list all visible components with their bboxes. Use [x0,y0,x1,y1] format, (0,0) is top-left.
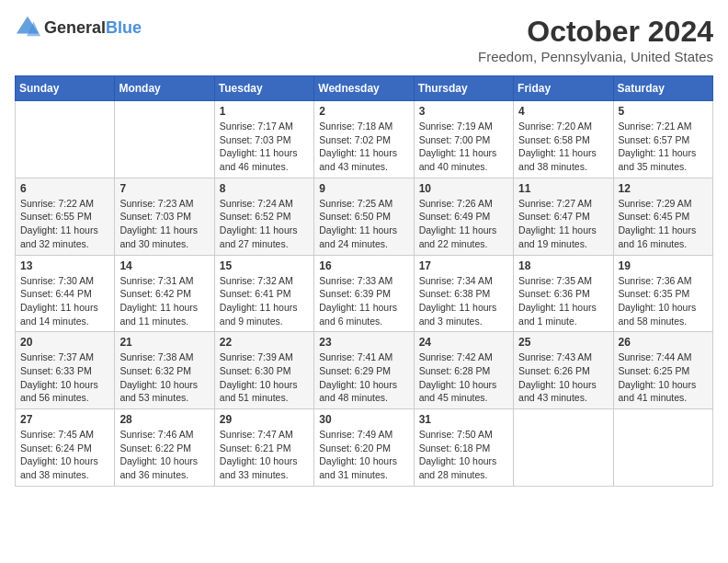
day-number: 2 [319,105,408,118]
day-info: Sunrise: 7:19 AMSunset: 7:00 PMDaylight:… [419,120,508,174]
day-info: Sunrise: 7:29 AMSunset: 6:45 PMDaylight:… [619,197,708,251]
day-number: 23 [319,336,408,349]
day-number: 11 [518,182,608,195]
day-number: 27 [20,413,109,426]
day-info: Sunrise: 7:33 AMSunset: 6:39 PMDaylight:… [319,274,408,328]
calendar-cell [16,101,115,178]
week-row-4: 20Sunrise: 7:37 AMSunset: 6:33 PMDayligh… [16,332,713,409]
day-number: 14 [119,259,209,272]
day-info: Sunrise: 7:22 AMSunset: 6:55 PMDaylight:… [20,197,109,251]
calendar-cell: 30Sunrise: 7:49 AMSunset: 6:20 PMDayligh… [314,409,414,487]
day-number: 7 [119,182,209,195]
day-number: 5 [619,105,708,118]
weekday-header-wednesday: Wednesday [314,76,414,101]
day-number: 12 [619,182,708,195]
weekday-header-monday: Monday [115,76,214,101]
calendar-cell: 26Sunrise: 7:44 AMSunset: 6:25 PMDayligh… [613,332,712,409]
logo: GeneralBlue [15,15,142,40]
day-info: Sunrise: 7:36 AMSunset: 6:35 PMDaylight:… [619,274,708,328]
day-number: 26 [619,336,708,349]
calendar-cell: 12Sunrise: 7:29 AMSunset: 6:45 PMDayligh… [613,178,712,255]
calendar-cell: 24Sunrise: 7:42 AMSunset: 6:28 PMDayligh… [414,332,513,409]
calendar-cell [115,101,214,178]
day-info: Sunrise: 7:35 AMSunset: 6:36 PMDaylight:… [518,274,608,328]
day-info: Sunrise: 7:21 AMSunset: 6:57 PMDaylight:… [619,120,708,174]
calendar-cell: 7Sunrise: 7:23 AMSunset: 7:03 PMDaylight… [115,178,214,255]
calendar-cell [514,409,613,487]
day-info: Sunrise: 7:25 AMSunset: 6:50 PMDaylight:… [319,197,408,251]
logo-icon [15,15,40,40]
day-info: Sunrise: 7:37 AMSunset: 6:33 PMDaylight:… [20,350,109,405]
calendar-cell: 27Sunrise: 7:45 AMSunset: 6:24 PMDayligh… [16,409,115,487]
calendar-cell: 29Sunrise: 7:47 AMSunset: 6:21 PMDayligh… [214,409,313,487]
weekday-header-tuesday: Tuesday [214,76,313,101]
day-number: 30 [319,413,408,426]
calendar-cell: 4Sunrise: 7:20 AMSunset: 6:58 PMDaylight… [514,101,613,178]
day-number: 9 [319,182,408,195]
day-info: Sunrise: 7:41 AMSunset: 6:29 PMDaylight:… [319,350,408,405]
calendar-cell: 19Sunrise: 7:36 AMSunset: 6:35 PMDayligh… [613,255,712,332]
day-number: 16 [319,259,408,272]
calendar-cell: 5Sunrise: 7:21 AMSunset: 6:57 PMDaylight… [613,101,712,178]
calendar-cell: 14Sunrise: 7:31 AMSunset: 6:42 PMDayligh… [115,255,214,332]
weekday-header-saturday: Saturday [613,76,712,101]
day-info: Sunrise: 7:46 AMSunset: 6:22 PMDaylight:… [119,428,209,482]
day-number: 28 [119,413,209,426]
day-number: 4 [518,105,608,118]
calendar-cell: 15Sunrise: 7:32 AMSunset: 6:41 PMDayligh… [214,255,313,332]
week-row-2: 6Sunrise: 7:22 AMSunset: 6:55 PMDaylight… [16,178,713,255]
day-number: 6 [20,182,109,195]
month-year: October 2024 [478,15,713,49]
day-number: 15 [220,259,309,272]
weekday-header-thursday: Thursday [414,76,513,101]
weekday-header-friday: Friday [514,76,613,101]
calendar-cell: 9Sunrise: 7:25 AMSunset: 6:50 PMDaylight… [314,178,414,255]
calendar-cell: 25Sunrise: 7:43 AMSunset: 6:26 PMDayligh… [514,332,613,409]
day-info: Sunrise: 7:34 AMSunset: 6:38 PMDaylight:… [419,274,508,328]
calendar-cell: 2Sunrise: 7:18 AMSunset: 7:02 PMDaylight… [314,101,414,178]
calendar-cell: 23Sunrise: 7:41 AMSunset: 6:29 PMDayligh… [314,332,414,409]
calendar-cell: 22Sunrise: 7:39 AMSunset: 6:30 PMDayligh… [214,332,313,409]
day-info: Sunrise: 7:18 AMSunset: 7:02 PMDaylight:… [319,120,408,174]
calendar-cell: 21Sunrise: 7:38 AMSunset: 6:32 PMDayligh… [115,332,214,409]
calendar-cell [613,409,712,487]
day-number: 18 [518,259,608,272]
day-info: Sunrise: 7:27 AMSunset: 6:47 PMDaylight:… [518,197,608,251]
logo-blue: Blue [106,18,142,37]
calendar-cell: 11Sunrise: 7:27 AMSunset: 6:47 PMDayligh… [514,178,613,255]
day-info: Sunrise: 7:47 AMSunset: 6:21 PMDaylight:… [220,428,309,482]
day-info: Sunrise: 7:45 AMSunset: 6:24 PMDaylight:… [20,428,109,482]
day-info: Sunrise: 7:50 AMSunset: 6:18 PMDaylight:… [419,428,508,482]
calendar-cell: 18Sunrise: 7:35 AMSunset: 6:36 PMDayligh… [514,255,613,332]
day-info: Sunrise: 7:23 AMSunset: 7:03 PMDaylight:… [119,197,209,251]
logo-general: General [44,18,106,37]
day-info: Sunrise: 7:32 AMSunset: 6:41 PMDaylight:… [220,274,309,328]
day-info: Sunrise: 7:42 AMSunset: 6:28 PMDaylight:… [419,350,508,405]
calendar-cell: 17Sunrise: 7:34 AMSunset: 6:38 PMDayligh… [414,255,513,332]
week-row-3: 13Sunrise: 7:30 AMSunset: 6:44 PMDayligh… [16,255,713,332]
day-number: 13 [20,259,109,272]
calendar-cell: 8Sunrise: 7:24 AMSunset: 6:52 PMDaylight… [214,178,313,255]
day-number: 29 [220,413,309,426]
day-number: 22 [220,336,309,349]
weekday-header-row: SundayMondayTuesdayWednesdayThursdayFrid… [16,76,713,101]
day-info: Sunrise: 7:30 AMSunset: 6:44 PMDaylight:… [20,274,109,328]
calendar-cell: 16Sunrise: 7:33 AMSunset: 6:39 PMDayligh… [314,255,414,332]
day-number: 19 [619,259,708,272]
weekday-header-sunday: Sunday [16,76,115,101]
calendar-table: SundayMondayTuesdayWednesdayThursdayFrid… [15,75,713,487]
day-number: 24 [419,336,508,349]
calendar-cell: 28Sunrise: 7:46 AMSunset: 6:22 PMDayligh… [115,409,214,487]
calendar-cell: 20Sunrise: 7:37 AMSunset: 6:33 PMDayligh… [16,332,115,409]
day-number: 25 [518,336,608,349]
day-info: Sunrise: 7:38 AMSunset: 6:32 PMDaylight:… [119,350,209,405]
calendar-cell: 1Sunrise: 7:17 AMSunset: 7:03 PMDaylight… [214,101,313,178]
day-number: 21 [119,336,209,349]
day-info: Sunrise: 7:44 AMSunset: 6:25 PMDaylight:… [619,350,708,405]
week-row-1: 1Sunrise: 7:17 AMSunset: 7:03 PMDaylight… [16,101,713,178]
day-info: Sunrise: 7:20 AMSunset: 6:58 PMDaylight:… [518,120,608,174]
day-number: 17 [419,259,508,272]
day-info: Sunrise: 7:24 AMSunset: 6:52 PMDaylight:… [220,197,309,251]
day-number: 10 [419,182,508,195]
day-info: Sunrise: 7:26 AMSunset: 6:49 PMDaylight:… [419,197,508,251]
